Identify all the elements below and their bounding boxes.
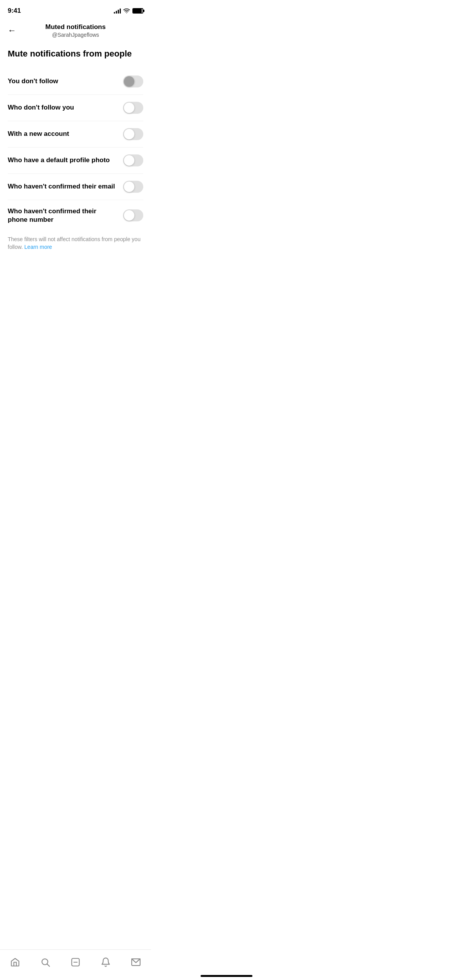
learn-more-link[interactable]: Learn more (24, 244, 52, 250)
toggle-unconfirmed-email[interactable] (123, 181, 143, 193)
toggle-knob-dont-follow-you (124, 103, 134, 113)
toggle-row-unconfirmed-email: Who haven't confirmed their email (8, 174, 143, 200)
account-handle: @SarahJpageflows (45, 32, 106, 38)
toggle-label-unconfirmed-email: Who haven't confirmed their email (8, 182, 123, 191)
toggle-unconfirmed-phone[interactable] (123, 209, 143, 221)
main-content: Mute notifications from people You don't… (0, 43, 151, 251)
battery-icon (132, 8, 143, 14)
toggle-label-unconfirmed-phone: Who haven't confirmed their phone number (8, 207, 123, 224)
toggle-new-account[interactable] (123, 128, 143, 140)
status-icons (114, 7, 143, 14)
section-title: Mute notifications from people (8, 49, 143, 59)
toggle-knob-new-account (124, 129, 134, 139)
nav-header: ← Muted notifications @SarahJpageflows (0, 19, 151, 43)
back-button[interactable]: ← (8, 26, 16, 36)
toggle-label-you-dont-follow: You don't follow (8, 77, 123, 86)
status-time: 9:41 (8, 7, 21, 15)
signal-icon (114, 8, 121, 14)
toggle-row-unconfirmed-phone: Who haven't confirmed their phone number (8, 200, 143, 231)
svg-point-0 (126, 13, 127, 14)
toggle-knob-unconfirmed-phone (124, 210, 134, 221)
toggle-row-you-dont-follow: You don't follow (8, 69, 143, 95)
toggle-label-new-account: With a new account (8, 130, 123, 138)
toggle-label-dont-follow-you: Who don't follow you (8, 103, 123, 112)
toggle-label-default-photo: Who have a default profile photo (8, 156, 123, 164)
toggle-knob-unconfirmed-email (124, 182, 134, 192)
status-bar: 9:41 (0, 0, 151, 19)
toggle-row-default-photo: Who have a default profile photo (8, 147, 143, 174)
page-title: Muted notifications (45, 23, 106, 31)
toggle-row-dont-follow-you: Who don't follow you (8, 95, 143, 121)
wifi-icon (123, 7, 130, 14)
toggle-default-photo[interactable] (123, 154, 143, 166)
toggle-knob-default-photo (124, 155, 134, 166)
header-title-group: Muted notifications @SarahJpageflows (45, 23, 106, 38)
toggle-you-dont-follow[interactable] (123, 75, 143, 87)
footer-note: These filters will not affect notificati… (8, 236, 143, 251)
toggle-row-new-account: With a new account (8, 121, 143, 147)
toggle-dont-follow-you[interactable] (123, 102, 143, 114)
toggle-knob-you-dont-follow (124, 76, 134, 87)
